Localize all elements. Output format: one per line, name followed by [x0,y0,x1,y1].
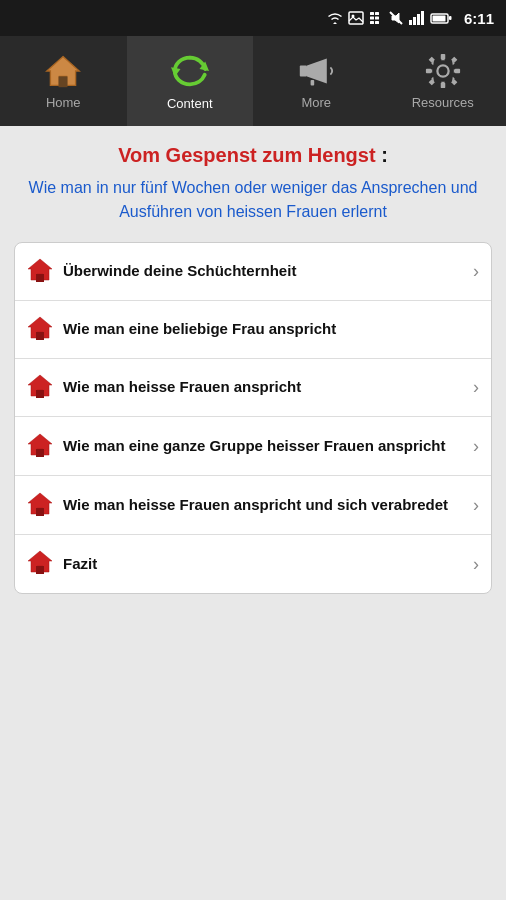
signal-icon [408,10,426,26]
menu-item-5[interactable]: Wie man heisse Frauen anspricht und sich… [15,476,491,535]
menu-item-6-icon [27,550,53,578]
megaphone-icon [298,53,334,89]
title-red: Vom Gespenst zum Hengst [118,144,375,166]
title-headline: Vom Gespenst zum Hengst : [18,142,488,168]
refresh-icon [171,52,209,90]
svg-rect-27 [454,68,459,73]
tab-more-label: More [301,95,331,110]
svg-marker-21 [307,58,327,83]
svg-rect-44 [36,566,44,574]
svg-rect-0 [349,12,363,24]
svg-rect-9 [409,20,412,25]
gear-icon [425,53,461,89]
tab-home-label: Home [46,95,81,110]
menu-item-1[interactable]: Überwinde deine Schüchternheit › [15,243,491,301]
menu-item-4-arrow: › [473,436,479,457]
svg-rect-29 [451,56,457,62]
svg-rect-20 [300,65,307,76]
menu-item-4-icon [27,433,53,461]
mute-icon [388,10,404,26]
svg-rect-3 [375,12,379,15]
svg-rect-31 [451,79,457,85]
menu-item-1-arrow: › [473,261,479,282]
svg-rect-26 [426,68,431,73]
svg-rect-5 [375,17,379,20]
svg-rect-17 [59,76,68,87]
svg-rect-36 [36,332,44,340]
tab-content[interactable]: Content [127,36,254,126]
home-icon [45,53,81,89]
tab-resources-label: Resources [412,95,474,110]
menu-item-3-icon [27,374,53,402]
menu-item-6[interactable]: Fazit › [15,535,491,593]
svg-rect-4 [370,17,374,20]
svg-rect-15 [432,16,445,22]
title-colon: : [376,144,388,166]
svg-rect-22 [311,80,315,85]
svg-rect-40 [36,449,44,457]
svg-rect-24 [441,53,446,58]
svg-rect-25 [441,82,446,87]
menu-item-5-arrow: › [473,495,479,516]
wifi-icon [326,11,344,25]
status-time: 6:11 [464,10,494,27]
menu-item-2-icon [27,316,53,344]
menu-item-6-text: Fazit [63,554,465,574]
menu-item-3[interactable]: Wie man heisse Frauen anspricht › [15,359,491,417]
svg-rect-34 [36,274,44,282]
menu-item-1-text: Überwinde deine Schüchternheit [63,261,465,281]
title-section: Vom Gespenst zum Hengst : Wie man in nur… [14,142,492,224]
svg-rect-10 [413,17,416,25]
tab-more[interactable]: More [253,36,380,126]
image-icon [348,11,364,25]
svg-rect-14 [449,16,452,20]
menu-item-5-icon [27,492,53,520]
svg-rect-30 [428,79,434,85]
svg-rect-7 [375,21,379,24]
menu-list: Überwinde deine Schüchternheit › Wie man… [14,242,492,594]
menu-item-3-text: Wie man heisse Frauen anspricht [63,377,465,397]
blackberry-icon [368,11,384,25]
menu-item-4[interactable]: Wie man eine ganze Gruppe heisser Frauen… [15,417,491,476]
battery-icon [430,12,452,24]
main-content: Vom Gespenst zum Hengst : Wie man in nur… [0,126,506,900]
svg-rect-11 [417,14,420,25]
nav-tabs: Home Content More [0,36,506,126]
tab-home[interactable]: Home [0,36,127,126]
title-subtitle: Wie man in nur fünf Wochen oder weniger … [18,176,488,224]
svg-rect-12 [421,11,424,25]
svg-rect-42 [36,508,44,516]
tab-resources[interactable]: Resources [380,36,507,126]
svg-marker-19 [171,67,181,77]
menu-item-1-icon [27,258,53,286]
menu-item-3-arrow: › [473,377,479,398]
svg-point-32 [438,66,447,75]
svg-rect-28 [428,56,434,62]
menu-item-6-arrow: › [473,554,479,575]
menu-item-2[interactable]: Wie man eine beliebige Frau anspricht [15,301,491,359]
tab-content-label: Content [167,96,213,111]
status-bar: 6:11 [0,0,506,36]
menu-item-2-text: Wie man eine beliebige Frau anspricht [63,319,479,339]
svg-rect-2 [370,12,374,15]
menu-item-4-text: Wie man eine ganze Gruppe heisser Frauen… [63,436,465,456]
svg-rect-6 [370,21,374,24]
menu-item-5-text: Wie man heisse Frauen anspricht und sich… [63,495,465,515]
svg-rect-38 [36,390,44,398]
status-icons [326,10,452,26]
